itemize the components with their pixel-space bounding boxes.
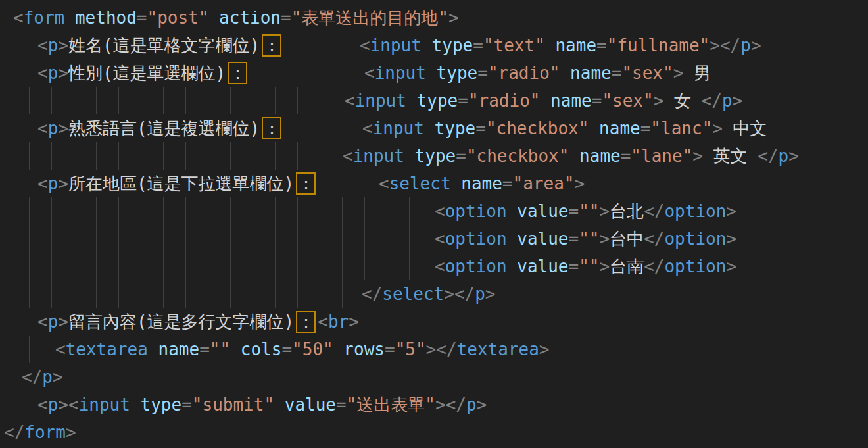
indent-guide [253, 225, 253, 253]
indent-guide [387, 253, 387, 280]
code-line-10[interactable]: <option value="">台南</option> [0, 253, 868, 280]
indent-guide [29, 142, 30, 170]
code-line-14[interactable]: </p> [0, 363, 868, 391]
code-token: value [517, 201, 568, 221]
code-token: "送出表單" [347, 395, 435, 414]
code-token: input [79, 395, 130, 414]
code-token: value [517, 257, 568, 276]
code-token: > [53, 367, 63, 387]
code-token: < [37, 174, 48, 193]
code-token: = [596, 36, 607, 55]
indent-guide [253, 197, 253, 225]
indent-guide [320, 87, 320, 114]
indent-guide [253, 142, 253, 170]
code-token: < [37, 36, 48, 55]
indent-guide [29, 253, 30, 280]
indent-guide [74, 253, 74, 280]
code-editor[interactable]: <form method="post" action="表單送出的目的地"><p… [0, 0, 868, 448]
indent-guide [51, 197, 52, 225]
code-token: = [458, 91, 468, 111]
code-line-1[interactable]: <form method="post" action="表單送出的目的地"> [0, 4, 868, 32]
indent-guide [51, 87, 52, 114]
code-token: option [664, 201, 726, 221]
indent-guide [118, 253, 119, 280]
code-token: > [58, 395, 68, 414]
code-token: "post" [147, 8, 209, 28]
code-token: rows [343, 339, 385, 359]
indent-guide [118, 142, 119, 170]
code-line-7[interactable]: <p>所在地區(這是下拉選單欄位)：<select name="area"> [0, 170, 868, 197]
indent-guide [208, 225, 208, 253]
code-token: value [517, 229, 568, 249]
indent-guide [320, 280, 320, 308]
indent-guide [96, 197, 97, 225]
code-token: "lane" [631, 146, 692, 166]
code-token: "" [579, 229, 599, 249]
indent-guide [230, 87, 231, 114]
code-token: "sex" [602, 91, 653, 111]
code-token: 台南 [610, 257, 644, 276]
code-token: p [779, 146, 789, 166]
code-line-16[interactable]: </form> [0, 418, 868, 446]
indent-guide [297, 197, 298, 225]
indent-guide [297, 253, 298, 280]
code-segment: <input type="checkbox" name="lane"> 英文 <… [343, 142, 799, 170]
code-line-13[interactable]: <textarea name="" cols="50" rows="5"></t… [0, 336, 868, 363]
code-token: select [382, 284, 444, 304]
indent-guide [118, 87, 119, 114]
code-token: select [389, 174, 451, 193]
code-token: name [158, 339, 200, 359]
code-token: = [502, 174, 513, 193]
code-token: p [48, 395, 59, 414]
code-token: name [570, 63, 612, 83]
code-line-15[interactable]: <p><input type="submit" value="送出表單"></p… [0, 391, 868, 418]
indent-guide [208, 87, 208, 114]
indent-guide [297, 280, 298, 308]
code-segment: <option value="">台中</option> [435, 225, 736, 253]
code-token: "fullname" [607, 36, 710, 55]
code-token: input [375, 63, 426, 83]
indent-guide [185, 280, 186, 308]
code-token: > [599, 229, 610, 249]
code-token [422, 36, 432, 55]
code-line-11[interactable]: </select></p> [0, 280, 868, 308]
code-token: "area" [513, 174, 575, 193]
code-segment: </select></p> [362, 280, 496, 308]
code-token: p [42, 367, 53, 387]
indent-guide [7, 363, 7, 391]
code-segment: <input type="radio" name="sex"> 女 </p> [345, 87, 742, 114]
indent-guide [96, 142, 97, 170]
code-token [540, 91, 550, 111]
code-token: option [664, 229, 726, 249]
code-token: p [48, 312, 59, 332]
indent-guide [230, 225, 231, 253]
code-token: < [55, 339, 66, 359]
code-token: > [726, 201, 736, 221]
code-line-12[interactable]: <p>留言內容(這是多行文字欄位)：<br> [0, 308, 868, 336]
indent-guide [7, 308, 7, 336]
code-token: > [692, 146, 703, 166]
code-line-9[interactable]: <option value="">台中</option> [0, 225, 868, 253]
code-line-4[interactable]: <input type="radio" name="sex"> 女 </p> [0, 87, 868, 114]
code-token: = [569, 201, 579, 221]
code-line-3[interactable]: <p>性別(這是單選欄位)：<input type="radio" name="… [0, 59, 868, 87]
indent-guide [185, 142, 186, 170]
code-line-5[interactable]: <p>熟悉語言(這是複選欄位)：<input type="checkbox" n… [0, 114, 868, 142]
code-line-6[interactable]: <input type="checkbox" name="lane"> 英文 <… [0, 142, 868, 170]
code-line-2[interactable]: <p>姓名(這是單格文字欄位)：<input type="text" name=… [0, 32, 868, 59]
indent-guide [141, 253, 141, 280]
code-token: "text" [483, 36, 545, 55]
code-line-8[interactable]: <option value="">台北</option> [0, 197, 868, 225]
indent-guide [7, 59, 7, 87]
code-token: method [75, 8, 137, 28]
indent-guide [7, 87, 7, 114]
code-token [274, 395, 285, 414]
code-token [130, 395, 141, 414]
code-token: > [788, 146, 799, 166]
code-token: </ [22, 367, 42, 387]
code-token: = [640, 118, 651, 138]
code-token: type [437, 63, 478, 83]
code-area[interactable]: <form method="post" action="表單送出的目的地"><p… [0, 4, 868, 446]
indent-guide [409, 197, 410, 225]
code-segment: <textarea name="" cols="50" rows="5"></t… [55, 336, 549, 363]
